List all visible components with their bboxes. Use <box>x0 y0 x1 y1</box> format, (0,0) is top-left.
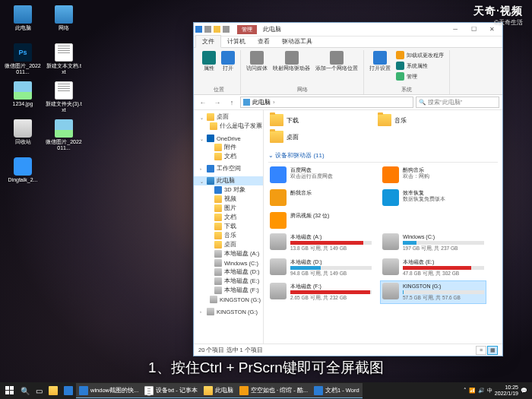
sidebar-item[interactable]: 图片 <box>194 204 263 213</box>
desktop-icon[interactable]: 微信图片_2022011... <box>45 118 83 154</box>
app-item[interactable]: 效率恢复数据恢复免费版本 <box>381 188 486 207</box>
taskbar-app[interactable]: 设备txt - 记事本 <box>141 383 201 398</box>
breadcrumb[interactable]: 此电脑 <box>252 98 271 106</box>
taskbar[interactable]: 🔍 ▭ window截图的快...设备txt - 记事本此电脑空空如也 · 绾绾… <box>0 382 532 399</box>
content-pane[interactable]: 下载音乐桌面 ⌄ 设备和驱动器 (11) 百度网盘双击运行百度网盘酷狗音乐双击：… <box>264 110 502 344</box>
sidebar-item[interactable]: 本地磁盘 (E:) <box>194 277 263 286</box>
forward-button[interactable]: → <box>211 97 223 109</box>
back-button[interactable]: ← <box>197 97 209 109</box>
minimize-button[interactable]: ─ <box>446 24 464 36</box>
ribbon-button[interactable]: 系统属性 <box>394 61 445 71</box>
titlebar[interactable]: 管理 此电脑 ─ ☐ ✕ <box>194 23 502 36</box>
tray-volume-icon[interactable]: 🔊 <box>478 388 485 394</box>
desktop-icon[interactable]: Dingtalk_2... <box>4 156 42 192</box>
app-item[interactable]: 酷狗音乐双击：网购 <box>381 165 486 185</box>
up-button[interactable]: ↑ <box>226 97 238 109</box>
task-view-button[interactable]: ▭ <box>32 383 46 398</box>
tray-ime-icon[interactable]: 中 <box>487 387 492 394</box>
desktop-icon[interactable]: 新建文本文档.txt <box>45 42 83 78</box>
qat-icon[interactable] <box>204 26 211 33</box>
icon-label: 1234.jpg <box>13 101 33 107</box>
taskbar-app[interactable] <box>61 383 76 398</box>
address-bar[interactable]: 此电脑 › <box>240 97 413 108</box>
section-header-drives[interactable]: ⌄ 设备和驱动器 (11) <box>268 149 498 163</box>
start-button[interactable] <box>2 383 18 398</box>
sidebar-label: 工作空间 <box>217 165 241 173</box>
search-input[interactable]: 🔍搜索"此电脑" <box>416 97 499 108</box>
clock[interactable]: 10:25 2022/1/19 <box>495 385 518 396</box>
drive-item[interactable]: 本地磁盘 (A:)13.8 GB 可用, 共 149 GB <box>268 232 373 254</box>
ribbon-tab[interactable]: 文件 <box>195 35 221 48</box>
tray-chevron-icon[interactable]: ˄ <box>464 388 467 394</box>
drive-usage-bar <box>403 241 484 245</box>
view-details-button[interactable]: ≡ <box>476 346 486 355</box>
ribbon-button[interactable]: 访问媒体 <box>245 50 269 71</box>
sidebar-item[interactable]: 本地磁盘 (D:) <box>194 268 263 277</box>
sidebar-item[interactable]: 本地磁盘 (F:) <box>194 286 263 295</box>
desktop-icon[interactable]: 新建文件夹(3).txt <box>45 80 83 116</box>
sidebar-item[interactable]: 文档 <box>194 213 263 222</box>
ribbon-button[interactable]: 卸载或更改程序 <box>394 50 445 60</box>
file-icon: Ps <box>14 43 32 62</box>
system-tray[interactable]: ˄ 📶 🔊 中 10:25 2022/1/19 💬 <box>464 385 530 396</box>
sidebar-item[interactable]: 音乐 <box>194 231 263 240</box>
drive-item[interactable]: 本地磁盘 (E:)47.8 GB 可用, 共 302 GB <box>381 257 486 279</box>
icon-label: 新建文件夹(3).txt <box>46 101 82 112</box>
drive-item[interactable]: Windows (C:)197 GB 可用, 共 237 GB <box>381 232 486 254</box>
taskbar-app[interactable]: 空空如也 · 绾绾 - 酷... <box>236 383 311 398</box>
drive-item[interactable]: KINGSTON (G:)57.5 GB 可用, 共 57.6 GB <box>381 281 486 303</box>
sidebar-item[interactable]: ›KINGSTON (G:) <box>194 307 263 316</box>
sidebar-item[interactable]: 视频 <box>194 195 263 204</box>
sidebar-item[interactable]: ⌄桌面 <box>194 112 263 122</box>
folder-item[interactable]: 桌面 <box>268 129 367 144</box>
tray-network-icon[interactable]: 📶 <box>469 388 476 394</box>
search-button[interactable]: 🔍 <box>18 383 32 398</box>
sidebar-item[interactable]: 下载 <box>194 222 263 231</box>
sidebar-item[interactable]: 文档 <box>194 152 263 161</box>
sidebar-item[interactable]: Windows (C:) <box>194 258 263 268</box>
sidebar-item[interactable]: ⌄此电脑 <box>194 176 263 185</box>
nav-pane[interactable]: ⌄桌面什么是电子发票⌄OneDrive附件文档›工作空间⌄此电脑3D 对象视频图… <box>194 110 264 344</box>
drive-item[interactable]: 本地磁盘 (D:)94.8 GB 可用, 共 149 GB <box>268 257 373 279</box>
app-item[interactable]: 酷我音乐 <box>268 188 373 207</box>
sidebar-item[interactable]: 附件 <box>194 143 263 152</box>
ribbon-button[interactable]: 映射网络驱动器 <box>271 50 312 71</box>
taskbar-app[interactable] <box>46 383 61 398</box>
folder-icon <box>270 114 283 126</box>
qat-icon[interactable] <box>195 26 202 33</box>
sidebar-item[interactable]: ›工作空间 <box>194 164 263 173</box>
ribbon-tab[interactable]: 驱动器工具 <box>276 36 318 47</box>
taskbar-app[interactable]: 此电脑 <box>201 383 236 398</box>
sidebar-item[interactable]: 桌面 <box>194 240 263 249</box>
ribbon-button[interactable]: 添加一个网络位置 <box>314 50 359 71</box>
notification-button[interactable]: 💬 <box>521 388 527 394</box>
sidebar-item[interactable]: 本地磁盘 (A:) <box>194 249 263 258</box>
desktop-icon[interactable]: 网络 <box>45 4 83 40</box>
app-item[interactable]: 百度网盘双击运行百度网盘 <box>268 165 373 185</box>
sidebar-item[interactable]: KINGSTON (G:) <box>194 295 263 304</box>
ribbon-button[interactable]: 打开 <box>220 50 236 71</box>
sidebar-item[interactable]: ⌄OneDrive <box>194 134 263 143</box>
qat-icon[interactable] <box>214 26 220 33</box>
ribbon-button[interactable]: 打开设置 <box>368 50 392 71</box>
ribbon-button[interactable]: 管理 <box>394 71 445 81</box>
sidebar-item[interactable]: 什么是电子发票 <box>194 122 263 131</box>
ribbon-tab[interactable]: 计算机 <box>221 36 252 47</box>
qat-icon[interactable] <box>223 26 230 33</box>
desktop-icon[interactable]: 回收站 <box>4 118 42 154</box>
desktop-icon[interactable]: 此电脑 <box>4 4 42 40</box>
folder-item[interactable]: 音乐 <box>376 112 475 128</box>
taskbar-app[interactable]: 文档1 - Word <box>311 383 363 398</box>
app-item[interactable]: 腾讯视频 (32 位) <box>268 211 373 230</box>
desktop-icon[interactable]: 1234.jpg <box>4 80 42 116</box>
drive-item[interactable]: 本地磁盘 (F:)2.65 GB 可用, 共 232 GB <box>268 281 373 303</box>
contextual-tab[interactable]: 管理 <box>237 25 257 34</box>
taskbar-app[interactable]: window截图的快... <box>76 383 141 398</box>
drive-icon <box>382 258 399 275</box>
ribbon-tab[interactable]: 查看 <box>252 36 276 47</box>
ribbon-button[interactable]: 属性 <box>201 50 217 71</box>
desktop-icon[interactable]: Ps微信图片_2022011... <box>4 42 42 78</box>
sidebar-item[interactable]: 3D 对象 <box>194 185 263 195</box>
folder-item[interactable]: 下载 <box>268 112 367 128</box>
view-tiles-button[interactable]: ▦ <box>487 346 498 355</box>
